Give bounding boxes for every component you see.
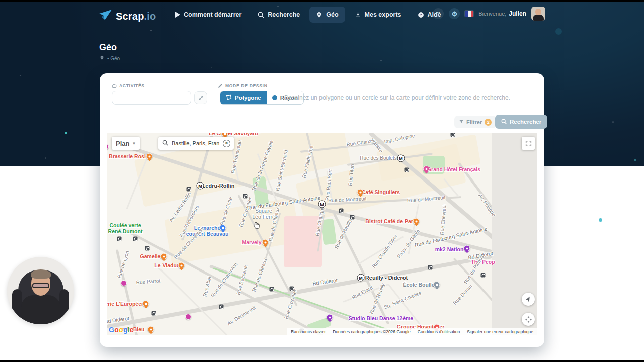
food-poi-marker[interactable] — [262, 239, 269, 246]
brand-name: Scrap.io — [116, 11, 156, 22]
support-chat-icon[interactable]: ? — [433, 8, 444, 19]
nav-item-comment-demarrer[interactable]: Comment démarrer — [168, 7, 248, 23]
metro-entrance-icon — [219, 305, 224, 309]
cinema-poi-marker[interactable] — [327, 314, 333, 321]
svg-text:?: ? — [420, 13, 422, 16]
metro-entrance-icon — [270, 287, 274, 292]
keyboard-shortcuts-link[interactable]: Raccourcis clavier — [291, 329, 326, 334]
map-data-link[interactable]: Données cartographiques ©2026 Google — [333, 329, 411, 334]
person-hair — [31, 269, 51, 279]
map-attribution: Raccourcis clavier Données cartographiqu… — [287, 328, 537, 335]
pencil-icon — [218, 83, 223, 88]
nav-item-label: Comment démarrer — [184, 11, 242, 18]
chevron-down-icon: ▼ — [132, 141, 136, 146]
metro-entrance-icon — [290, 287, 294, 291]
draw-mode-label: MODE DE DESSIN — [218, 83, 267, 88]
my-location-button[interactable] — [522, 293, 535, 306]
polygon-icon — [226, 94, 232, 101]
mag-poi-marker[interactable] — [107, 144, 109, 150]
funnel-icon — [459, 119, 464, 125]
brand-logo[interactable]: Scrap.io — [99, 10, 156, 23]
geo-search-card: ACTIVITÉS MODE DE DESSIN Polygone Rayon … — [100, 73, 544, 347]
map-label: Rue Dorian — [452, 284, 473, 306]
map-label: Rue Parrot — [136, 278, 160, 286]
metro-poi-marker[interactable]: M — [357, 274, 365, 282]
map-road — [343, 284, 388, 303]
main-nav: Comment démarrer Recherche Géo Mes expor… — [168, 7, 448, 23]
activities-input[interactable] — [112, 90, 191, 105]
map-label: Av. Daumesnil — [226, 305, 257, 326]
username: Julien — [509, 10, 526, 17]
metro-poi-marker[interactable]: M — [197, 182, 204, 190]
metro-entrance-icon — [339, 209, 344, 213]
decorative-dot — [599, 218, 602, 222]
food-poi-marker[interactable] — [148, 326, 154, 333]
metro-entrance-icon — [152, 311, 156, 316]
polygon-mode-button[interactable]: Polygone — [220, 91, 267, 104]
filter-button[interactable]: Filtrer 2 — [454, 116, 496, 128]
metro-entrance-icon — [133, 237, 138, 241]
magnifier-icon — [501, 119, 507, 125]
search-submit-button[interactable]: Rechercher — [495, 115, 547, 129]
school-poi-marker[interactable] — [434, 282, 440, 288]
welcome-text: Bienvenue, — [478, 11, 506, 17]
food-poi-marker[interactable] — [357, 189, 364, 196]
breadcrumb-current: • Géo — [107, 56, 120, 61]
play-icon — [175, 12, 180, 18]
google-logo[interactable]: Google — [109, 326, 134, 334]
nav-item-geo[interactable]: Géo — [309, 7, 345, 23]
map-label: École Boulle — [403, 282, 434, 288]
cinema-poi-marker[interactable] — [464, 245, 470, 252]
bar-poi-marker[interactable] — [143, 301, 149, 307]
letterbox-bottom — [0, 360, 644, 362]
map-label: Sq. Saint-Charles — [383, 290, 422, 310]
nav-item-recherche[interactable]: Recherche — [251, 7, 306, 23]
fullscreen-button[interactable] — [522, 137, 535, 150]
map-search-box[interactable]: Bastille, Paris, France ✕ — [158, 137, 234, 150]
user-avatar[interactable] — [531, 7, 545, 21]
shop-poi-marker[interactable] — [220, 225, 226, 231]
report-error-link[interactable]: Signaler une erreur cartographique — [467, 329, 533, 334]
search-icon — [258, 12, 264, 18]
briefcase-icon — [112, 83, 117, 88]
metro-entrance-icon — [187, 187, 191, 192]
map-search-value[interactable]: Bastille, Paris, France — [172, 140, 219, 146]
map-road — [154, 263, 228, 335]
map-label: Rue Claude Tillier — [371, 234, 399, 269]
nav-item-label: Mes exports — [365, 11, 401, 18]
person-glasses — [32, 283, 49, 288]
decorative-stars — [0, 2, 1, 3]
expand-activities-button[interactable] — [194, 91, 207, 104]
terms-link[interactable]: Conditions d'utilisation — [418, 329, 460, 334]
metro-entrance-icon — [481, 273, 486, 278]
map-label: erie L'Européen — [107, 301, 144, 307]
mag-poi-marker[interactable] — [185, 314, 191, 320]
language-flag-france[interactable] — [465, 11, 473, 17]
map-type-control[interactable]: Plan▼ — [112, 137, 140, 150]
clear-search-icon[interactable]: ✕ — [223, 140, 230, 147]
pan-control-button[interactable] — [522, 313, 535, 326]
letterbox-top — [0, 0, 644, 2]
breadcrumb-home-icon[interactable] — [99, 55, 105, 61]
breadcrumb: • Géo — [99, 55, 120, 61]
map-pin-icon — [316, 12, 323, 18]
metro-entrance-icon — [350, 215, 355, 220]
food-poi-marker[interactable] — [160, 253, 167, 260]
map-area-patch — [284, 216, 322, 267]
mag-poi-marker[interactable] — [121, 280, 127, 286]
map-canvas[interactable]: Le Chalet SavoyardBrasserie RosieGrand H… — [107, 133, 537, 335]
metro-poi-marker[interactable]: M — [318, 201, 326, 208]
map-label: mk2 Nation — [435, 246, 464, 252]
metro-poi-marker[interactable]: M — [397, 155, 405, 162]
draw-hint-text: Dessinez un polygone ou un cercle sur la… — [284, 94, 510, 101]
settings-gear-icon[interactable]: ⚙ — [449, 8, 460, 19]
nav-item-mes-exports[interactable]: Mes exports — [348, 7, 408, 23]
bar-poi-marker[interactable] — [178, 262, 185, 269]
food-poi-marker[interactable] — [146, 153, 153, 160]
food-poi-marker[interactable] — [413, 218, 420, 225]
circle-icon — [272, 95, 277, 100]
hotel-poi-marker[interactable] — [423, 166, 430, 172]
page-title: Géo — [99, 42, 117, 53]
map-road — [453, 258, 495, 303]
map-road — [388, 284, 429, 335]
